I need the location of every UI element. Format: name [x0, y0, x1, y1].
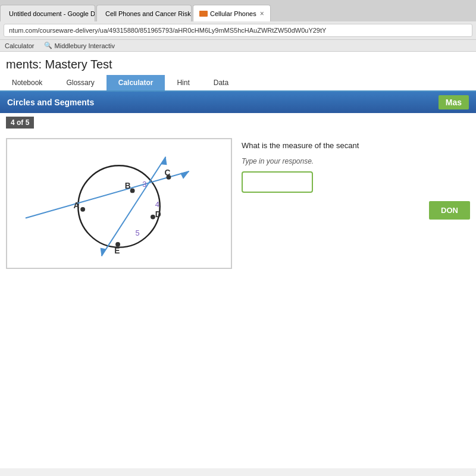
middlebury-icon: 🔍 — [44, 42, 52, 49]
orange-icon — [199, 11, 208, 17]
svg-marker-5 — [101, 248, 107, 256]
bookmark-middlebury[interactable]: 🔍 Middlebury Interactiv — [44, 42, 115, 49]
diagram-container: A B C D E 3 4 5 — [6, 138, 232, 269]
page-title: ments: Mastery Test — [0, 52, 476, 75]
tab-close-3[interactable]: × — [260, 10, 264, 18]
done-button[interactable]: DON — [429, 201, 470, 220]
svg-point-0 — [78, 165, 159, 247]
bookmark-calculator[interactable]: Calculator — [5, 42, 35, 49]
svg-marker-2 — [180, 171, 189, 179]
svg-text:D: D — [155, 210, 161, 219]
section-title: Circles and Segments — [7, 98, 94, 107]
diagram-svg: A B C D E 3 4 5 — [7, 139, 231, 268]
answer-input[interactable] — [242, 171, 313, 193]
tab-bar: Untitled document - Google Doc × Cell Ph… — [0, 0, 476, 21]
question-counter: 4 of 5 — [0, 113, 476, 132]
svg-text:5: 5 — [135, 228, 139, 237]
svg-text:E: E — [114, 246, 120, 255]
svg-text:4: 4 — [155, 200, 159, 209]
section-header: Circles and Segments Mas — [0, 92, 476, 113]
tab-cellular-phones[interactable]: Cellular Phones × — [193, 5, 271, 21]
question-area: A B C D E 3 4 5 What is the m — [0, 132, 476, 275]
tab-google-doc[interactable]: Untitled document - Google Doc × — [0, 5, 95, 21]
tab-notebook[interactable]: Notebook — [0, 75, 54, 90]
svg-text:A: A — [73, 201, 79, 210]
tab-hint[interactable]: Hint — [165, 75, 201, 90]
bookmarks-bar: Calculator 🔍 Middlebury Interactiv — [0, 39, 476, 51]
svg-marker-4 — [161, 156, 167, 165]
svg-line-1 — [26, 171, 189, 218]
page-content: ments: Mastery Test Notebook Glossary Ca… — [0, 52, 476, 468]
svg-text:B: B — [125, 181, 131, 190]
mastery-badge: Mas — [439, 95, 469, 109]
question-right: What is the measure of the secant Type i… — [242, 138, 470, 269]
svg-point-6 — [80, 207, 85, 212]
tab-glossary[interactable]: Glossary — [54, 75, 106, 90]
question-text: What is the measure of the secant — [242, 140, 470, 151]
address-bar[interactable]: ntum.com/courseware-delivery/ua/49315880… — [4, 24, 472, 37]
response-label: Type in your response. — [242, 157, 470, 165]
browser-chrome: Untitled document - Google Doc × Cell Ph… — [0, 0, 476, 52]
tab-cell-phones[interactable]: Cell Phones and Cancer Risk Fa × — [96, 5, 192, 21]
svg-point-12 — [151, 215, 155, 220]
svg-text:C: C — [165, 168, 171, 177]
tab-data[interactable]: Data — [202, 75, 240, 90]
tool-tabs: Notebook Glossary Calculator Hint Data — [0, 75, 476, 92]
svg-text:3: 3 — [142, 180, 146, 189]
svg-point-8 — [130, 188, 135, 193]
tab-calculator[interactable]: Calculator — [107, 75, 165, 90]
